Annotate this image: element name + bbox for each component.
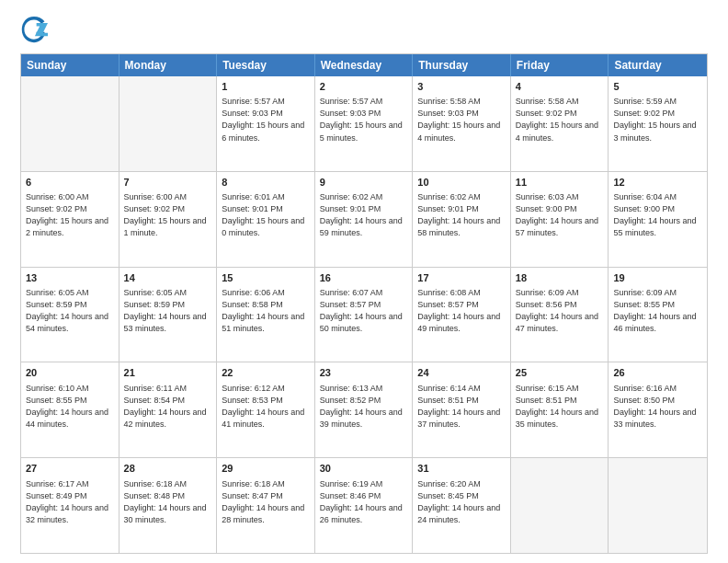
- calendar-cell: [511, 458, 609, 553]
- calendar-cell: 21Sunrise: 6:11 AMSunset: 8:54 PMDayligh…: [119, 362, 218, 457]
- sun-info: Sunrise: 6:07 AMSunset: 8:57 PMDaylight:…: [320, 287, 408, 335]
- sun-info: Sunrise: 6:18 AMSunset: 8:48 PMDaylight:…: [124, 478, 212, 526]
- sun-info: Sunrise: 5:59 AMSunset: 9:02 PMDaylight:…: [613, 96, 702, 144]
- calendar-cell: 14Sunrise: 6:05 AMSunset: 8:59 PMDayligh…: [119, 268, 218, 362]
- sun-info: Sunrise: 6:00 AMSunset: 9:02 PMDaylight:…: [26, 191, 114, 239]
- day-number: 7: [124, 176, 212, 190]
- day-number: 25: [516, 366, 604, 380]
- sun-info: Sunrise: 6:09 AMSunset: 8:56 PMDaylight:…: [516, 287, 604, 335]
- day-number: 6: [26, 176, 114, 190]
- calendar-cell: 13Sunrise: 6:05 AMSunset: 8:59 PMDayligh…: [21, 268, 119, 362]
- day-number: 2: [320, 80, 408, 94]
- calendar-cell: 3Sunrise: 5:58 AMSunset: 9:03 PMDaylight…: [413, 76, 511, 171]
- day-number: 28: [124, 462, 212, 476]
- calendar-cell: 12Sunrise: 6:04 AMSunset: 9:00 PMDayligh…: [609, 172, 707, 267]
- calendar-cell: 29Sunrise: 6:18 AMSunset: 8:47 PMDayligh…: [217, 458, 315, 553]
- day-number: 18: [516, 271, 604, 285]
- calendar-cell: 9Sunrise: 6:02 AMSunset: 9:01 PMDaylight…: [315, 172, 414, 267]
- calendar: SundayMondayTuesdayWednesdayThursdayFrid…: [20, 53, 708, 554]
- calendar-week-5: 27Sunrise: 6:17 AMSunset: 8:49 PMDayligh…: [21, 457, 707, 553]
- day-number: 16: [320, 271, 408, 285]
- calendar-cell: 22Sunrise: 6:12 AMSunset: 8:53 PMDayligh…: [217, 362, 315, 457]
- sun-info: Sunrise: 6:05 AMSunset: 8:59 PMDaylight:…: [124, 287, 212, 335]
- day-number: 12: [613, 176, 702, 190]
- calendar-cell: 5Sunrise: 5:59 AMSunset: 9:02 PMDaylight…: [609, 76, 707, 171]
- day-number: 22: [222, 366, 310, 380]
- sun-info: Sunrise: 6:19 AMSunset: 8:46 PMDaylight:…: [320, 478, 408, 526]
- sun-info: Sunrise: 6:16 AMSunset: 8:50 PMDaylight:…: [613, 383, 702, 431]
- calendar-cell: 19Sunrise: 6:09 AMSunset: 8:55 PMDayligh…: [609, 268, 707, 362]
- calendar-cell: 4Sunrise: 5:58 AMSunset: 9:02 PMDaylight…: [511, 76, 609, 171]
- sun-info: Sunrise: 6:02 AMSunset: 9:01 PMDaylight:…: [417, 191, 506, 239]
- logo: [20, 17, 51, 44]
- calendar-cell: 28Sunrise: 6:18 AMSunset: 8:48 PMDayligh…: [119, 458, 218, 553]
- calendar-cell: [119, 76, 218, 171]
- day-number: 21: [124, 366, 212, 380]
- day-number: 29: [222, 462, 310, 476]
- calendar-cell: 17Sunrise: 6:08 AMSunset: 8:57 PMDayligh…: [413, 268, 511, 362]
- sun-info: Sunrise: 5:58 AMSunset: 9:03 PMDaylight:…: [417, 96, 506, 144]
- sun-info: Sunrise: 6:04 AMSunset: 9:00 PMDaylight:…: [613, 191, 702, 239]
- day-header-sunday: Sunday: [21, 54, 119, 76]
- calendar-week-4: 20Sunrise: 6:10 AMSunset: 8:55 PMDayligh…: [21, 362, 707, 457]
- day-number: 3: [417, 80, 506, 94]
- day-number: 20: [26, 366, 114, 380]
- page: SundayMondayTuesdayWednesdayThursdayFrid…: [0, 0, 728, 563]
- calendar-cell: 24Sunrise: 6:14 AMSunset: 8:51 PMDayligh…: [413, 362, 511, 457]
- day-number: 8: [222, 176, 310, 190]
- sun-info: Sunrise: 5:57 AMSunset: 9:03 PMDaylight:…: [222, 96, 310, 144]
- header: [20, 17, 708, 44]
- sun-info: Sunrise: 6:18 AMSunset: 8:47 PMDaylight:…: [222, 478, 310, 526]
- calendar-header: SundayMondayTuesdayWednesdayThursdayFrid…: [21, 54, 707, 76]
- day-number: 15: [222, 271, 310, 285]
- calendar-cell: 30Sunrise: 6:19 AMSunset: 8:46 PMDayligh…: [315, 458, 414, 553]
- calendar-cell: 2Sunrise: 5:57 AMSunset: 9:03 PMDaylight…: [315, 76, 414, 171]
- calendar-cell: 6Sunrise: 6:00 AMSunset: 9:02 PMDaylight…: [21, 172, 119, 267]
- sun-info: Sunrise: 6:13 AMSunset: 8:52 PMDaylight:…: [320, 383, 408, 431]
- day-number: 11: [516, 176, 604, 190]
- day-number: 31: [417, 462, 506, 476]
- logo-icon: [20, 17, 48, 44]
- sun-info: Sunrise: 6:08 AMSunset: 8:57 PMDaylight:…: [417, 287, 506, 335]
- day-header-monday: Monday: [119, 54, 218, 76]
- day-number: 13: [26, 271, 114, 285]
- day-number: 27: [26, 462, 114, 476]
- calendar-cell: 16Sunrise: 6:07 AMSunset: 8:57 PMDayligh…: [315, 268, 414, 362]
- day-number: 24: [417, 366, 506, 380]
- day-header-friday: Friday: [511, 54, 609, 76]
- day-number: 10: [417, 176, 506, 190]
- calendar-cell: 10Sunrise: 6:02 AMSunset: 9:01 PMDayligh…: [413, 172, 511, 267]
- sun-info: Sunrise: 6:01 AMSunset: 9:01 PMDaylight:…: [222, 191, 310, 239]
- sun-info: Sunrise: 6:17 AMSunset: 8:49 PMDaylight:…: [26, 478, 114, 526]
- sun-info: Sunrise: 6:12 AMSunset: 8:53 PMDaylight:…: [222, 383, 310, 431]
- day-number: 23: [320, 366, 408, 380]
- day-number: 19: [613, 271, 702, 285]
- calendar-cell: 15Sunrise: 6:06 AMSunset: 8:58 PMDayligh…: [217, 268, 315, 362]
- sun-info: Sunrise: 6:02 AMSunset: 9:01 PMDaylight:…: [320, 191, 408, 239]
- sun-info: Sunrise: 6:03 AMSunset: 9:00 PMDaylight:…: [516, 191, 604, 239]
- day-header-tuesday: Tuesday: [217, 54, 315, 76]
- calendar-cell: [21, 76, 119, 171]
- sun-info: Sunrise: 6:05 AMSunset: 8:59 PMDaylight:…: [26, 287, 114, 335]
- calendar-cell: 20Sunrise: 6:10 AMSunset: 8:55 PMDayligh…: [21, 362, 119, 457]
- sun-info: Sunrise: 6:06 AMSunset: 8:58 PMDaylight:…: [222, 287, 310, 335]
- calendar-cell: 18Sunrise: 6:09 AMSunset: 8:56 PMDayligh…: [511, 268, 609, 362]
- calendar-cell: 26Sunrise: 6:16 AMSunset: 8:50 PMDayligh…: [609, 362, 707, 457]
- sun-info: Sunrise: 6:20 AMSunset: 8:45 PMDaylight:…: [417, 478, 506, 526]
- sun-info: Sunrise: 6:14 AMSunset: 8:51 PMDaylight:…: [417, 383, 506, 431]
- calendar-cell: 25Sunrise: 6:15 AMSunset: 8:51 PMDayligh…: [511, 362, 609, 457]
- calendar-cell: 31Sunrise: 6:20 AMSunset: 8:45 PMDayligh…: [413, 458, 511, 553]
- day-number: 5: [613, 80, 702, 94]
- day-header-thursday: Thursday: [413, 54, 511, 76]
- sun-info: Sunrise: 6:15 AMSunset: 8:51 PMDaylight:…: [516, 383, 604, 431]
- day-number: 14: [124, 271, 212, 285]
- calendar-body: 1Sunrise: 5:57 AMSunset: 9:03 PMDaylight…: [21, 76, 707, 553]
- calendar-week-3: 13Sunrise: 6:05 AMSunset: 8:59 PMDayligh…: [21, 267, 707, 362]
- calendar-cell: 23Sunrise: 6:13 AMSunset: 8:52 PMDayligh…: [315, 362, 414, 457]
- sun-info: Sunrise: 6:10 AMSunset: 8:55 PMDaylight:…: [26, 383, 114, 431]
- sun-info: Sunrise: 6:09 AMSunset: 8:55 PMDaylight:…: [613, 287, 702, 335]
- day-number: 30: [320, 462, 408, 476]
- sun-info: Sunrise: 5:57 AMSunset: 9:03 PMDaylight:…: [320, 96, 408, 144]
- day-number: 1: [222, 80, 310, 94]
- calendar-cell: [609, 458, 707, 553]
